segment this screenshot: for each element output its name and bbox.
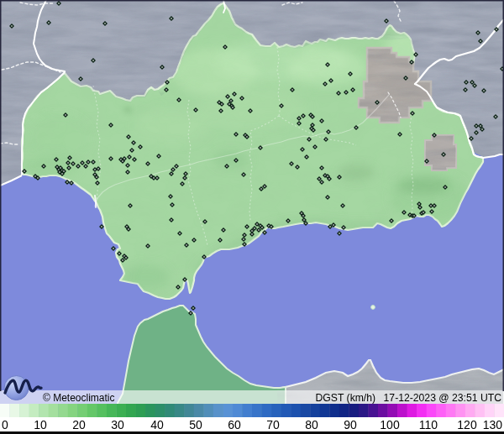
svg-text:90: 90 — [344, 418, 357, 431]
svg-text:© Meteoclimatic: © Meteoclimatic — [43, 392, 115, 404]
svg-text:20: 20 — [72, 418, 86, 431]
svg-text:40: 40 — [150, 418, 164, 431]
svg-text:30: 30 — [111, 418, 124, 431]
svg-text:0: 0 — [2, 418, 8, 431]
svg-text:120: 120 — [457, 418, 477, 431]
svg-text:50: 50 — [189, 418, 202, 431]
svg-text:10: 10 — [34, 418, 47, 431]
svg-text:130: 130 — [483, 418, 503, 431]
svg-text:80: 80 — [305, 418, 318, 431]
svg-text:DGST (km/h) 17-12-2023 @ 23:5: DGST (km/h) 17-12-2023 @ 23:51 UTC — [316, 392, 502, 404]
svg-text:70: 70 — [266, 418, 280, 431]
svg-text:100: 100 — [380, 418, 400, 431]
svg-text:60: 60 — [228, 418, 241, 431]
svg-text:110: 110 — [419, 418, 438, 431]
